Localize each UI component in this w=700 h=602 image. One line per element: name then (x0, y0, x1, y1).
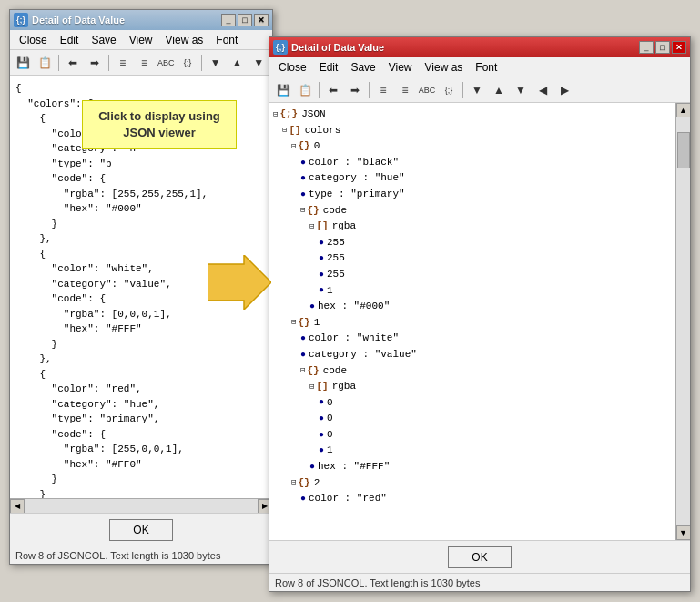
root-label: JSON (301, 107, 325, 123)
vscroll-down[interactable]: ▼ (676, 525, 691, 540)
rgba0-label: rgba (332, 219, 356, 235)
tree-color1[interactable]: ● color : "white" (273, 331, 672, 347)
window2-titlebar: {;} Detail of Data Value _ □ ✕ (269, 37, 690, 57)
window1-hscroll[interactable]: ◀ ▶ (10, 498, 272, 513)
rgba1-label: rgba (332, 379, 356, 395)
tb-next-2[interactable]: ▶ (554, 80, 574, 100)
tb-dn-2[interactable]: ▼ (511, 80, 531, 100)
tree-code1[interactable]: ⊟ {} code (273, 363, 672, 380)
tb-json-1[interactable]: {;} (178, 53, 198, 73)
menu-view-2[interactable]: View (383, 59, 418, 76)
window1-menubar: Close Edit Save View View as Font (10, 30, 272, 50)
bullet-r1: ● (319, 251, 324, 266)
tree-color2[interactable]: ● color : "red" (273, 491, 672, 507)
tb-dropdown-2[interactable]: ▼ (467, 80, 487, 100)
tb-copy-1[interactable]: 📋 (36, 53, 56, 73)
tree-color0[interactable]: ● color : "black" (273, 155, 672, 171)
tb-left-1[interactable]: ⬅ (63, 53, 83, 73)
tb-wrap-2[interactable]: ≡ (373, 80, 393, 100)
tb-left-2[interactable]: ⬅ (323, 80, 343, 100)
code1-toggle[interactable]: ⊟ (300, 364, 305, 377)
window1-ok-area: OK (10, 513, 272, 546)
window2-ok-button[interactable]: OK (448, 546, 512, 568)
menu-edit-2[interactable]: Edit (314, 59, 344, 76)
tree-rgba0-3[interactable]: ● 1 (273, 283, 672, 300)
window1-ok-button[interactable]: OK (109, 519, 173, 541)
tree-cat1[interactable]: ● category : "value" (273, 347, 672, 363)
menu-font-2[interactable]: Font (470, 59, 502, 76)
tb-wrap-1[interactable]: ≡ (113, 53, 133, 73)
tree-colors[interactable]: ⊟ [] colors (273, 123, 672, 139)
tb-abc-2[interactable]: ABC (417, 80, 437, 100)
tree-rgba0-0[interactable]: ● 255 (273, 235, 672, 251)
menu-edit-1[interactable]: Edit (55, 32, 85, 48)
tb-abc-1[interactable]: ABC (156, 53, 176, 73)
code0-toggle[interactable]: ⊟ (300, 204, 305, 217)
rgba0-toggle[interactable]: ⊟ (309, 220, 314, 233)
item2-toggle[interactable]: ⊟ (291, 476, 296, 489)
bullet-color1: ● (300, 332, 306, 346)
tree-rgba0-2[interactable]: ● 255 (273, 267, 672, 283)
window1-status: Row 8 of JSONCOL. Text length is 1030 by… (10, 546, 272, 564)
tb-save-1[interactable]: 💾 (14, 53, 34, 73)
tree-rgba1-2[interactable]: ● 0 (273, 427, 672, 444)
menu-save-1[interactable]: Save (86, 32, 121, 48)
menu-viewas-2[interactable]: View as (420, 59, 469, 76)
menu-close-2[interactable]: Close (273, 59, 312, 76)
tree-hex1[interactable]: ● hex : "#FFF" (273, 459, 672, 475)
tb-up-2[interactable]: ▲ (489, 80, 509, 100)
item0-toggle[interactable]: ⊟ (291, 140, 296, 153)
tb-dropdown-1[interactable]: ▼ (206, 53, 226, 73)
window2-maximize[interactable]: □ (655, 41, 670, 54)
tree-rgba1-1[interactable]: ● 0 (273, 411, 672, 427)
tree-rgba1-3[interactable]: ● 1 (273, 443, 672, 459)
vscroll-up[interactable]: ▲ (676, 103, 691, 117)
tree-rgba0-1[interactable]: ● 255 (273, 250, 672, 267)
window1-close[interactable]: ✕ (254, 14, 269, 26)
tb-save-2[interactable]: 💾 (273, 80, 293, 100)
tree-item2[interactable]: ⊟ {} 2 (273, 475, 672, 492)
bullet-r3: ● (319, 283, 324, 298)
menu-view-1[interactable]: View (124, 32, 158, 48)
tree-cat0[interactable]: ● category : "hue" (273, 170, 672, 187)
menu-font-1[interactable]: Font (210, 32, 243, 48)
menu-viewas-1[interactable]: View as (160, 32, 209, 48)
window2-minimize[interactable]: _ (639, 41, 654, 54)
tb-up-1[interactable]: ▲ (228, 53, 248, 73)
tree-vscrollbar[interactable]: ▲ ▼ (675, 103, 690, 540)
window2-close[interactable]: ✕ (672, 41, 686, 54)
window1-minimize[interactable]: _ (221, 14, 236, 26)
root-toggle[interactable]: ⊟ (273, 108, 278, 121)
tree-rgba0[interactable]: ⊟ [] rgba (273, 219, 672, 235)
rgba1-toggle[interactable]: ⊟ (309, 381, 314, 393)
tb-right-1[interactable]: ➡ (85, 53, 105, 73)
vscroll-thumb[interactable] (677, 132, 690, 168)
tree-type0[interactable]: ● type : "primary" (273, 187, 672, 203)
tree-rgba1[interactable]: ⊟ [] rgba (273, 379, 672, 395)
tree-item0[interactable]: ⊟ {} 0 (273, 138, 672, 155)
window1-maximize[interactable]: □ (238, 14, 252, 26)
window2-title: Detail of Data Value (291, 42, 639, 53)
tree-code0[interactable]: ⊟ {} code (273, 203, 672, 219)
bullet-g0: ● (319, 395, 324, 410)
json-tree[interactable]: ⊟ {;} JSON ⊟ [] colors ⊟ {} 0 ● (269, 103, 675, 540)
colors-toggle[interactable]: ⊟ (282, 124, 287, 137)
menu-close-1[interactable]: Close (14, 32, 53, 48)
tb-prev-2[interactable]: ◀ (533, 80, 553, 100)
tb-right-2[interactable]: ➡ (345, 80, 365, 100)
tree-rgba1-0[interactable]: ● 0 (273, 395, 672, 412)
tb-copy-2[interactable]: 📋 (295, 80, 315, 100)
tb-align-2[interactable]: ≡ (395, 80, 415, 100)
rgba1-2-label: 0 (327, 427, 333, 444)
menu-save-2[interactable]: Save (345, 59, 380, 76)
hscroll-left[interactable]: ◀ (10, 499, 25, 514)
window2-ok-area: OK (269, 540, 690, 573)
tb-align-1[interactable]: ≡ (135, 53, 155, 73)
tree-hex0[interactable]: ● hex : "#000" (273, 299, 672, 315)
hex1-label: hex : "#FFF" (318, 459, 390, 475)
tb-json-2[interactable]: {;} (439, 80, 459, 100)
item1-toggle[interactable]: ⊟ (291, 316, 296, 329)
tb-down-1[interactable]: ▼ (249, 53, 269, 73)
tree-root[interactable]: ⊟ {;} JSON (273, 107, 672, 123)
tree-item1[interactable]: ⊟ {} 1 (273, 315, 672, 332)
